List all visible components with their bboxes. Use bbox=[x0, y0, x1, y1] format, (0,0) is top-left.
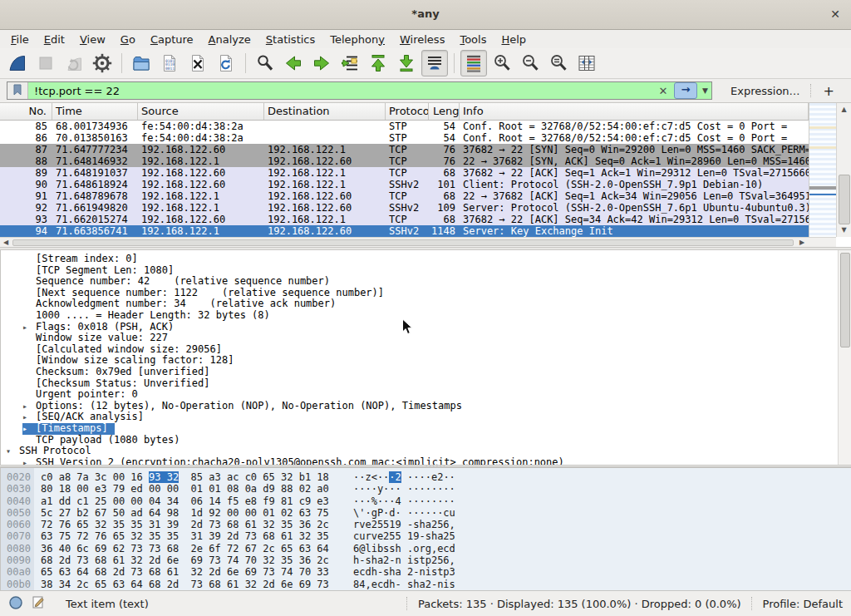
hex-row-00a0[interactable]: 00a065 63 64 68 2d 73 68 61 32 2d 6e 69 … bbox=[1, 566, 851, 578]
zoom-in-button[interactable] bbox=[489, 50, 515, 76]
capture-comment-icon[interactable] bbox=[32, 595, 46, 612]
detail-field[interactable]: TCP payload (1080 bytes) bbox=[22, 435, 180, 446]
menu-wireless[interactable]: Wireless bbox=[392, 33, 452, 46]
expander-icon[interactable]: ▾ bbox=[6, 446, 19, 457]
hex-row-0040[interactable]: 0040a1 dd c1 25 00 00 04 34 06 14 f5 e8 … bbox=[1, 495, 851, 507]
hex-row-0060[interactable]: 006072 76 65 32 35 35 31 39 2d 73 68 61 … bbox=[1, 519, 851, 530]
detail-field[interactable]: Acknowledgment number: 34 (relative ack … bbox=[22, 298, 336, 310]
packet-row-91[interactable]: 9171.648789678192.168.122.1192.168.122.6… bbox=[0, 190, 809, 202]
detail-field[interactable]: ▸SSH Version 2 (encryption:chacha20-poly… bbox=[22, 457, 564, 465]
profile-text[interactable]: Profile: Default bbox=[763, 598, 843, 610]
detail-field[interactable]: [Calculated window size: 29056] bbox=[22, 344, 222, 356]
detail-field[interactable]: 1000 .... = Header Length: 32 bytes (8) bbox=[22, 310, 270, 322]
go-first-button[interactable] bbox=[365, 50, 391, 76]
packet-row-86[interactable]: 8670.013850163fe:54:00:d4:38:2aSTP54Conf… bbox=[0, 132, 809, 144]
detail-line[interactable]: Checksum: 0x79ed [unverified] bbox=[1, 367, 851, 378]
packet-row-90[interactable]: 9071.648618924192.168.122.60192.168.122.… bbox=[0, 179, 809, 190]
packet-list-minimap[interactable] bbox=[809, 103, 836, 237]
menu-go[interactable]: Go bbox=[113, 33, 143, 46]
detail-field[interactable]: Checksum: 0x79ed [unverified] bbox=[22, 367, 210, 378]
packet-row-87[interactable]: 8771.647777234192.168.122.60192.168.122.… bbox=[0, 144, 809, 155]
detail-line[interactable]: ▸[Timestamps] bbox=[1, 423, 851, 435]
scroll-left-arrow-icon[interactable]: ◀ bbox=[0, 238, 12, 247]
detail-field[interactable]: ▾SSH Protocol bbox=[6, 446, 91, 457]
detail-field[interactable]: [Stream index: 0] bbox=[22, 254, 138, 265]
save-file-button[interactable]: 010101100011 bbox=[156, 50, 183, 76]
menu-edit[interactable]: Edit bbox=[37, 33, 72, 46]
packet-row-88[interactable]: 8871.648146932192.168.122.1192.168.122.6… bbox=[0, 155, 809, 167]
filter-clear-button[interactable]: ✕ bbox=[654, 85, 672, 97]
menu-view[interactable]: View bbox=[72, 33, 113, 46]
packet-row-92[interactable]: 9271.661949820192.168.122.1192.168.122.6… bbox=[0, 202, 809, 214]
menu-capture[interactable]: Capture bbox=[143, 33, 201, 46]
detail-field[interactable]: Sequence number: 42 (relative sequence n… bbox=[22, 276, 330, 288]
detail-field[interactable]: Window size value: 227 bbox=[22, 333, 168, 344]
go-forward-button[interactable] bbox=[308, 50, 335, 76]
hex-row-0030[interactable]: 003080 18 00 e3 79 ed 00 00 01 01 08 0a … bbox=[1, 483, 851, 495]
expander-icon[interactable]: ▸ bbox=[22, 457, 36, 465]
display-filter-input-box[interactable]: ✕ → ▼ bbox=[7, 81, 712, 100]
detail-field[interactable]: [TCP Segment Len: 1080] bbox=[22, 265, 174, 277]
hex-row-0070[interactable]: 007063 75 72 76 65 32 35 35 31 39 2d 73 … bbox=[1, 530, 851, 542]
detail-line[interactable]: [Calculated window size: 29056] bbox=[1, 344, 851, 356]
hex-row-0020[interactable]: 0020c0 a8 7a 3c 00 16 93 32 85 a3 ac c0 … bbox=[1, 471, 851, 483]
detail-field[interactable]: ▸Options: (12 bytes), No-Operation (NOP)… bbox=[22, 401, 462, 412]
scroll-up-arrow-icon[interactable]: ▲ bbox=[837, 104, 851, 116]
expression-button[interactable]: Expression… bbox=[722, 85, 809, 97]
filter-history-dropdown[interactable]: ▼ bbox=[699, 86, 711, 95]
column-header-length[interactable]: Length bbox=[429, 103, 460, 120]
capture-options-button[interactable] bbox=[89, 50, 116, 76]
packet-row-85[interactable]: 8568.001734936fe:54:00:d4:38:2aSTP54Conf… bbox=[0, 121, 809, 132]
detail-field[interactable]: [Next sequence number: 1122 (relative se… bbox=[22, 288, 384, 299]
detail-line[interactable]: ▾SSH Protocol bbox=[1, 446, 851, 457]
go-last-button[interactable] bbox=[393, 50, 420, 76]
detail-line[interactable]: ▸Flags: 0x018 (PSH, ACK) bbox=[1, 322, 851, 333]
packet-row-93[interactable]: 9371.662015274192.168.122.60192.168.122.… bbox=[0, 214, 809, 225]
column-header-protocol[interactable]: Protocol bbox=[386, 103, 429, 120]
menu-help[interactable]: Help bbox=[494, 33, 534, 46]
start-capture-button[interactable] bbox=[4, 50, 31, 76]
packet-list-hscrollbar[interactable]: ◀ ▶ bbox=[0, 237, 836, 247]
expander-icon[interactable]: ▸ bbox=[22, 401, 36, 412]
detail-line[interactable]: Sequence number: 42 (relative sequence n… bbox=[1, 276, 851, 288]
resize-columns-button[interactable] bbox=[573, 50, 600, 76]
zoom-out-button[interactable] bbox=[517, 50, 544, 76]
menu-file[interactable]: File bbox=[3, 33, 37, 46]
column-header-time[interactable]: Time bbox=[52, 103, 138, 120]
open-file-button[interactable] bbox=[128, 50, 155, 76]
find-packet-button[interactable] bbox=[252, 50, 278, 76]
detail-line[interactable]: [Checksum Status: Unverified] bbox=[1, 378, 851, 390]
menu-analyze[interactable]: Analyze bbox=[201, 33, 258, 46]
detail-line[interactable]: ▸Options: (12 bytes), No-Operation (NOP)… bbox=[1, 401, 851, 412]
scroll-right-arrow-icon[interactable]: ▶ bbox=[796, 238, 808, 247]
filter-bookmark-button[interactable] bbox=[7, 82, 28, 99]
column-header-no[interactable]: No. bbox=[0, 103, 52, 120]
add-filter-button[interactable]: + bbox=[814, 83, 844, 99]
detail-line[interactable]: Window size value: 227 bbox=[1, 333, 851, 344]
colorize-button[interactable] bbox=[460, 50, 487, 76]
detail-line[interactable]: Urgent pointer: 0 bbox=[1, 389, 851, 401]
details-vscroll-thumb[interactable] bbox=[840, 253, 850, 347]
menu-tools[interactable]: Tools bbox=[452, 33, 494, 46]
detail-line[interactable]: [Next sequence number: 1122 (relative se… bbox=[1, 288, 851, 299]
close-file-button[interactable] bbox=[184, 50, 211, 76]
detail-line[interactable]: [Stream index: 0] bbox=[1, 254, 851, 265]
close-window-button[interactable]: ✕ bbox=[828, 7, 843, 22]
hex-row-0050[interactable]: 00505c 27 b2 67 50 ad 64 98 1d 92 00 00 … bbox=[1, 507, 851, 519]
vscroll-thumb[interactable] bbox=[839, 175, 850, 224]
detail-field[interactable]: [Checksum Status: Unverified] bbox=[22, 378, 210, 390]
detail-line[interactable]: 1000 .... = Header Length: 32 bytes (8) bbox=[1, 310, 851, 322]
column-header-source[interactable]: Source bbox=[138, 103, 264, 120]
expert-info-icon[interactable] bbox=[8, 595, 23, 613]
details-vscrollbar[interactable] bbox=[838, 250, 851, 465]
packet-list-vscrollbar[interactable]: ▲ ▼ bbox=[836, 103, 851, 237]
detail-field[interactable]: ▸Flags: 0x018 (PSH, ACK) bbox=[22, 322, 174, 333]
hscroll-thumb[interactable] bbox=[12, 239, 794, 246]
column-header-destination[interactable]: Destination bbox=[264, 103, 386, 120]
hex-row-0080[interactable]: 008036 40 6c 69 62 73 73 68 2e 6f 72 67 … bbox=[1, 543, 851, 554]
scroll-down-arrow-icon[interactable]: ▼ bbox=[837, 224, 851, 236]
detail-line[interactable]: TCP payload (1080 bytes) bbox=[1, 435, 851, 446]
packet-row-94[interactable]: 9471.663856741192.168.122.1192.168.122.6… bbox=[0, 225, 809, 237]
detail-line[interactable]: [TCP Segment Len: 1080] bbox=[1, 265, 851, 277]
filter-apply-button[interactable]: → bbox=[674, 82, 697, 99]
